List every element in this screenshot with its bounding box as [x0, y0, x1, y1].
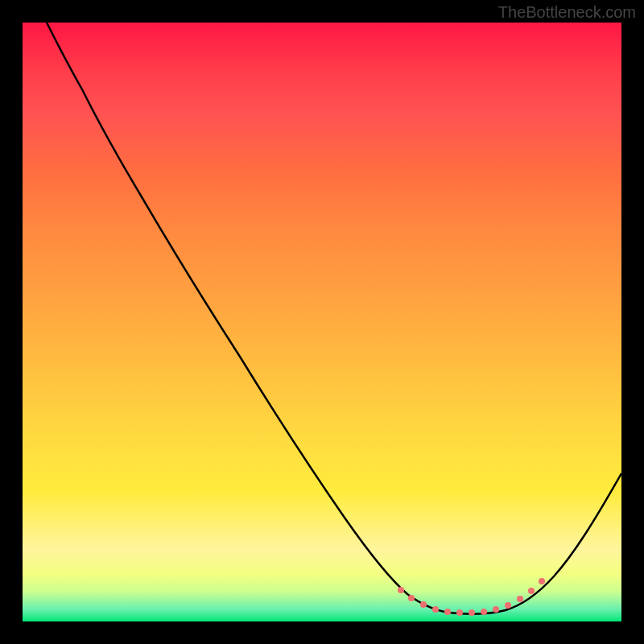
- marker-dot: [469, 609, 475, 616]
- marker-dot: [456, 609, 463, 616]
- marker-dot: [539, 578, 545, 584]
- marker-dot: [505, 602, 511, 609]
- chart-container: [23, 23, 621, 621]
- marker-dot: [493, 606, 499, 613]
- marker-dot: [408, 595, 415, 601]
- marker-dot: [481, 609, 487, 615]
- marker-dot: [528, 588, 535, 594]
- watermark-text: TheBottleneck.com: [498, 3, 636, 22]
- marker-dot: [444, 609, 451, 615]
- main-curve-path: [47, 23, 621, 614]
- dotted-markers: [398, 578, 545, 616]
- marker-dot: [398, 587, 404, 593]
- marker-dot: [432, 606, 439, 613]
- marker-dot: [517, 596, 523, 602]
- marker-dot: [420, 601, 427, 608]
- chart-svg: [23, 23, 621, 621]
